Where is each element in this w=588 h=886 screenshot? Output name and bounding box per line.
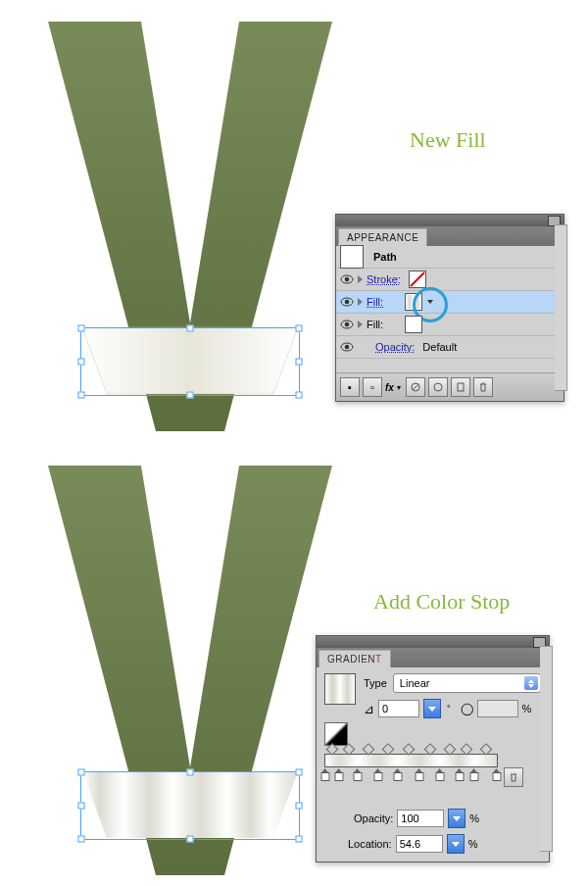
- gradient-stop[interactable]: [470, 768, 479, 780]
- gradient-panel: GRADIENT Type Linear ⊿ 0 ° ◯ %: [316, 635, 550, 862]
- gradient-stop[interactable]: [393, 768, 402, 780]
- fill-swatch-gradient[interactable]: [405, 293, 422, 311]
- panel-titlebar[interactable]: [317, 636, 549, 648]
- fill-label-2: Fill:: [367, 319, 383, 330]
- fill-label[interactable]: Fill:: [367, 296, 383, 308]
- new-button[interactable]: [451, 377, 470, 397]
- gradient-stop[interactable]: [455, 768, 464, 780]
- label-new-fill: New Fill: [410, 127, 486, 153]
- fill-row-1[interactable]: Fill:: [336, 291, 564, 314]
- opacity-label[interactable]: Opacity:: [375, 341, 415, 353]
- angle-dropdown[interactable]: [423, 699, 441, 718]
- expand-icon[interactable]: [358, 275, 363, 283]
- angle-input[interactable]: 0: [378, 700, 419, 717]
- gradient-slider[interactable]: [324, 754, 498, 767]
- type-label: Type: [364, 677, 387, 689]
- gradient-thumb[interactable]: [324, 673, 356, 705]
- stroke-swatch-none[interactable]: [409, 271, 426, 288]
- fill-row-2[interactable]: Fill:: [336, 314, 564, 336]
- selection-bbox-top[interactable]: [80, 327, 300, 396]
- gradient-stop[interactable]: [493, 768, 502, 780]
- location-unit: %: [468, 838, 478, 850]
- aspect-icon: ◯: [461, 702, 473, 715]
- expand-icon[interactable]: [358, 298, 363, 306]
- tab-gradient[interactable]: GRADIENT: [318, 650, 391, 667]
- panel-titlebar[interactable]: [336, 215, 564, 226]
- stroke-row[interactable]: Stroke:: [336, 269, 564, 291]
- visibility-icon[interactable]: [340, 318, 354, 331]
- opacity-value: Default: [422, 341, 457, 353]
- label-add-color-stop: Add Color Stop: [373, 589, 510, 615]
- gradient-stop[interactable]: [321, 768, 330, 780]
- reverse-gradient-button[interactable]: [324, 722, 348, 746]
- opacity-unit: %: [469, 812, 479, 824]
- gradient-stop[interactable]: [436, 768, 445, 780]
- aspect-input: [477, 700, 518, 717]
- clear-button[interactable]: [406, 377, 425, 397]
- opacity-label: Opacity:: [354, 812, 393, 824]
- svg-point-1: [345, 277, 350, 282]
- location-dropdown[interactable]: [447, 834, 465, 854]
- expand-icon[interactable]: [358, 320, 363, 328]
- tab-appearance[interactable]: APPEARANCE: [338, 228, 427, 246]
- appearance-panel: APPEARANCE Path Stroke: Fill: Fill:: [335, 214, 564, 402]
- gradient-stop[interactable]: [416, 768, 424, 780]
- delete-stop-button[interactable]: [504, 767, 523, 787]
- dup-button[interactable]: [428, 377, 448, 397]
- type-select[interactable]: Linear: [393, 673, 541, 693]
- swatch-dropdown-icon[interactable]: [427, 300, 433, 304]
- opacity-input[interactable]: 100: [397, 810, 444, 827]
- opacity-dropdown[interactable]: [448, 809, 466, 828]
- gradient-stop[interactable]: [374, 768, 383, 780]
- fill-swatch-white[interactable]: [405, 316, 422, 333]
- svg-point-5: [345, 322, 350, 327]
- svg-point-7: [345, 345, 350, 350]
- visibility-icon[interactable]: [340, 272, 354, 286]
- gradient-stop[interactable]: [335, 768, 344, 780]
- opacity-row[interactable]: Opacity: Default: [336, 336, 564, 359]
- panel-footer: ▪ ▫ fx▾: [336, 372, 564, 401]
- visibility-icon[interactable]: [340, 340, 354, 354]
- svg-point-3: [345, 300, 350, 305]
- gradient-stop[interactable]: [354, 768, 363, 780]
- path-label: Path: [373, 251, 397, 263]
- svg-point-10: [434, 383, 442, 391]
- svg-rect-11: [458, 383, 464, 391]
- new-stroke-button[interactable]: ▫: [363, 377, 382, 397]
- new-art-button[interactable]: ▪: [340, 377, 360, 397]
- trash-button[interactable]: [473, 377, 493, 397]
- visibility-icon[interactable]: [340, 295, 354, 309]
- path-thumb: [340, 245, 364, 269]
- location-input[interactable]: 54.6: [396, 835, 443, 853]
- angle-icon: ⊿: [364, 702, 374, 716]
- location-label: Location:: [348, 838, 392, 850]
- selection-bbox-bottom[interactable]: [80, 771, 300, 840]
- svg-line-9: [413, 384, 418, 390]
- stroke-label[interactable]: Stroke:: [367, 273, 401, 285]
- aspect-unit: %: [522, 703, 532, 714]
- path-row: Path: [336, 246, 564, 269]
